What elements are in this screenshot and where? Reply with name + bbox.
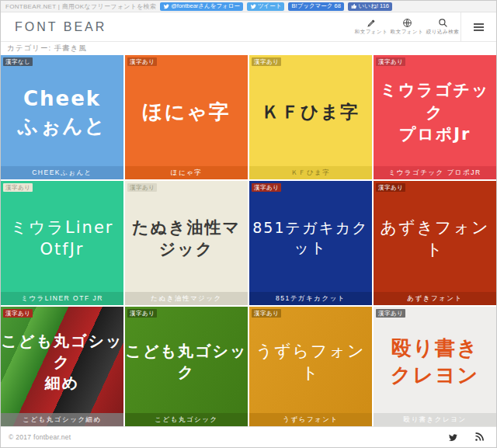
hamburger-icon: [474, 23, 484, 25]
nav-japanese-fonts[interactable]: 和文フォント: [353, 12, 389, 41]
hatena-bookmark-label: B!ブックマーク 68: [291, 2, 340, 10]
kanji-badge: 漢字あり: [252, 57, 281, 66]
kanji-badge: 漢字あり: [3, 309, 33, 318]
font-preview: ほにゃ字: [142, 99, 231, 135]
thumbs-up-icon: [351, 3, 357, 9]
font-preview: ミウラLinerOtfJr: [11, 217, 114, 270]
font-preview: Cheekふぉんと: [18, 85, 106, 149]
font-preview: ＫＦひま字: [262, 100, 360, 134]
nav-japanese-fonts-label: 和文フォント: [355, 29, 388, 36]
kanji-badge: 漢字あり: [127, 57, 157, 66]
font-card-tanuki-magic[interactable]: 漢字あり たぬき油性マジック たぬき油性マジック: [125, 181, 248, 305]
twitter-follow-label: @fontbearさんをフォロー: [171, 2, 240, 10]
page: FONTBEAR.NET | 商用OKなフリーフォントを検索 @fontbear…: [0, 0, 497, 448]
search-icon: [438, 18, 448, 28]
kanji-badge: 漢字あり: [376, 183, 405, 192]
font-preview: たぬき油性マジック: [125, 217, 248, 270]
nav-western-fonts[interactable]: 欧文フォント: [389, 12, 425, 41]
font-name-label: こども丸ゴシック: [125, 413, 248, 426]
header-nav: 和文フォント 欧文フォント 絞り込み検索: [353, 12, 496, 41]
font-name-label: たぬき油性マジック: [125, 292, 248, 305]
font-preview: こども丸ゴシック細め: [1, 331, 123, 403]
nav-refine-search[interactable]: 絞り込み検索: [425, 12, 461, 41]
nav-western-fonts-label: 欧文フォント: [391, 29, 424, 36]
font-card-honyaji[interactable]: 漢字あり ほにゃ字 ほにゃ字: [125, 55, 248, 179]
font-name-label: CHEEKふぉんと: [1, 166, 123, 179]
font-card-851-tegaki-kakutto[interactable]: 漢字あり 851テガキカクット 851テガキカクット: [249, 181, 372, 305]
font-name-label: 851テガキカクット: [249, 292, 372, 305]
logo[interactable]: FONT BEAR: [15, 20, 106, 34]
kanji-badge: 漢字あり: [127, 183, 157, 192]
facebook-like-button[interactable]: いいね! 116: [348, 2, 392, 11]
font-name-label: ミウラゴチック プロポJR: [374, 166, 496, 179]
font-card-kfhimaji[interactable]: 漢字あり ＫＦひま字 ＫＦひま字: [249, 55, 372, 179]
nav-refine-search-label: 絞り込み検索: [426, 29, 459, 36]
font-card-cheek[interactable]: 漢字なし Cheekふぉんと CHEEKふぉんと: [1, 55, 123, 179]
font-preview: こども丸ゴシック: [125, 341, 248, 392]
page-footer: © 2017 fontbear.net: [1, 426, 496, 447]
category-label: カテゴリー: 手書き風: [7, 43, 87, 54]
twitter-bird-icon: [448, 432, 457, 442]
kanji-badge: 漢字あり: [252, 183, 281, 192]
kanji-badge: 漢字あり: [3, 183, 33, 192]
footer-twitter-link[interactable]: [448, 432, 457, 442]
font-name-label: あずきフォント: [374, 292, 496, 305]
font-name-label: ＫＦひま字: [249, 166, 372, 179]
font-name-label: 殴り書きクレヨン: [374, 413, 496, 426]
twitter-bird-icon: [250, 3, 256, 9]
font-preview: うずらフォント: [249, 340, 372, 394]
font-grid: 漢字なし Cheekふぉんと CHEEKふぉんと 漢字あり ほにゃ字 ほにゃ字 …: [1, 55, 496, 426]
social-topbar: FONTBEAR.NET | 商用OKなフリーフォントを検索 @fontbear…: [1, 1, 496, 12]
font-card-azuki[interactable]: 漢字あり あずきフォント あずきフォント: [374, 181, 496, 305]
font-preview: 殴り書きクレヨン: [391, 335, 479, 398]
site-tagline: FONTBEAR.NET | 商用OKなフリーフォントを検索: [5, 2, 156, 11]
font-preview: ミウラゴチックプロポJr: [374, 79, 496, 155]
kanji-badge: 漢字あり: [376, 309, 405, 318]
site-header: FONT BEAR 和文フォント 欧文フォント 絞り込み検索: [1, 12, 496, 42]
kanji-badge: 漢字あり: [376, 57, 405, 66]
tweet-button[interactable]: ツイート: [247, 2, 285, 11]
kanji-badge: 漢字なし: [3, 57, 33, 66]
font-card-kodomo-maru-gothic-hosome[interactable]: 漢字あり こども丸ゴシック細め こども丸ゴシック細め: [1, 307, 123, 426]
copyright: © 2017 fontbear.net: [9, 433, 71, 441]
tweet-label: ツイート: [258, 2, 282, 10]
category-bar: カテゴリー: 手書き風: [1, 42, 496, 55]
rss-icon: [474, 432, 484, 442]
font-name-label: ミウラLINER OTF JR: [1, 292, 123, 305]
font-preview: あずきフォント: [374, 217, 496, 270]
kanji-badge: 漢字あり: [252, 309, 281, 318]
globe-icon: [402, 18, 412, 28]
font-card-miura-gothic-propo-jr[interactable]: 漢字あり ミウラゴチックプロポJr ミウラゴチック プロポJR: [374, 55, 496, 179]
font-name-label: こども丸ゴシック細め: [1, 413, 123, 426]
font-name-label: ほにゃ字: [125, 166, 248, 179]
font-card-kodomo-maru-gothic[interactable]: 漢字あり こども丸ゴシック こども丸ゴシック: [125, 307, 248, 426]
font-preview: 851テガキカクット: [249, 218, 372, 267]
font-name-label: うずらフォント: [249, 413, 372, 426]
font-card-miura-liner-otf-jr[interactable]: 漢字あり ミウラLinerOtfJr ミウラLINER OTF JR: [1, 181, 123, 305]
font-card-naguri-gaki-crayon[interactable]: 漢字あり 殴り書きクレヨン 殴り書きクレヨン: [374, 307, 496, 426]
menu-button[interactable]: [461, 12, 496, 41]
twitter-follow-button[interactable]: @fontbearさんをフォロー: [160, 2, 243, 11]
font-card-uzura[interactable]: 漢字あり うずらフォント うずらフォント: [249, 307, 372, 426]
footer-rss-link[interactable]: [474, 432, 484, 442]
facebook-like-label: いいね! 116: [359, 2, 389, 10]
brush-icon: [367, 18, 377, 28]
hatena-bookmark-button[interactable]: B!ブックマーク 68: [288, 2, 343, 11]
kanji-badge: 漢字あり: [127, 309, 157, 318]
twitter-bird-icon: [163, 3, 169, 9]
